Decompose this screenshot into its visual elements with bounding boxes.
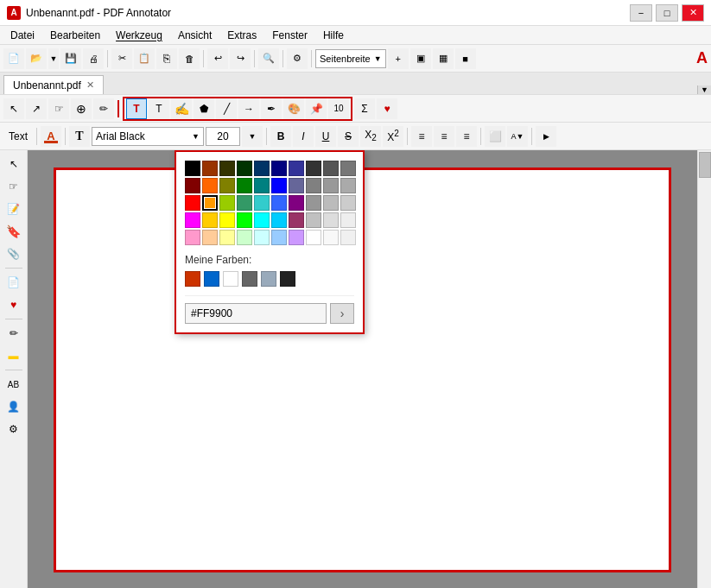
color-cell[interactable] bbox=[185, 178, 200, 193]
color-cell[interactable] bbox=[219, 230, 235, 245]
color-cell[interactable] bbox=[237, 195, 252, 211]
font-name-dropdown[interactable]: Arial Black ▼ bbox=[92, 127, 204, 146]
align-right-button[interactable]: ≡ bbox=[456, 126, 477, 147]
text-tool-active[interactable]: T bbox=[126, 98, 147, 119]
color-cell[interactable] bbox=[340, 230, 356, 245]
color-cell[interactable] bbox=[340, 212, 356, 228]
color-cell-selected[interactable] bbox=[202, 195, 218, 211]
sidebar-clip[interactable]: 📎 bbox=[3, 243, 24, 264]
color-cell[interactable] bbox=[185, 212, 200, 228]
align-left-button[interactable]: ≡ bbox=[411, 126, 432, 147]
color-cell[interactable] bbox=[237, 161, 252, 176]
cut-button[interactable]: ✂ bbox=[111, 48, 132, 69]
color-cell[interactable] bbox=[306, 161, 321, 176]
shape-tool[interactable]: ⬟ bbox=[194, 98, 214, 119]
color-cell[interactable] bbox=[219, 161, 235, 176]
hand-tool[interactable]: ☞ bbox=[48, 98, 69, 119]
hex-input[interactable] bbox=[185, 303, 327, 324]
color-cell[interactable] bbox=[323, 230, 339, 245]
color-cell[interactable] bbox=[254, 195, 270, 211]
color-fill-button[interactable]: A▼ bbox=[507, 126, 528, 147]
zoom-tool[interactable]: ⊕ bbox=[71, 98, 92, 119]
sidebar-annotate[interactable]: 📝 bbox=[3, 199, 24, 219]
freehand-tool[interactable]: ✍ bbox=[171, 98, 192, 119]
maximize-button[interactable]: □ bbox=[656, 4, 678, 22]
line-tool[interactable]: ╱ bbox=[216, 98, 237, 119]
redo-button[interactable]: ↪ bbox=[230, 48, 251, 69]
color-cell[interactable] bbox=[289, 212, 304, 228]
color-cell[interactable] bbox=[237, 178, 252, 193]
hex-go-button[interactable]: › bbox=[330, 303, 354, 324]
color-cell[interactable] bbox=[219, 212, 235, 228]
note-tool[interactable]: 📌 bbox=[306, 98, 327, 119]
color-cell[interactable] bbox=[323, 161, 339, 176]
color-cell[interactable] bbox=[271, 195, 287, 211]
color-cell[interactable] bbox=[306, 195, 321, 211]
stamp-tool[interactable]: 10 bbox=[328, 98, 349, 119]
view-button1[interactable]: ▣ bbox=[410, 48, 431, 69]
color-cell[interactable] bbox=[289, 161, 304, 176]
color-cell[interactable] bbox=[185, 195, 200, 211]
color-cell[interactable] bbox=[289, 178, 304, 193]
my-color-1[interactable] bbox=[185, 271, 200, 287]
font-color-button[interactable]: A bbox=[41, 126, 61, 147]
color-cell[interactable] bbox=[202, 212, 218, 228]
color-cell[interactable] bbox=[323, 195, 339, 211]
font-size-input[interactable] bbox=[206, 127, 240, 146]
font-icon-button[interactable]: T bbox=[69, 126, 90, 147]
tool5[interactable]: ✏ bbox=[93, 98, 114, 119]
color-cell[interactable] bbox=[289, 230, 304, 245]
sigma-tool[interactable]: Σ bbox=[354, 98, 375, 119]
color-cell[interactable] bbox=[306, 178, 321, 193]
color-cell[interactable] bbox=[254, 230, 270, 245]
minimize-button[interactable]: − bbox=[630, 4, 652, 22]
color-cell[interactable] bbox=[219, 195, 235, 211]
select-tool[interactable]: ↖ bbox=[3, 98, 24, 119]
color-cell[interactable] bbox=[340, 178, 356, 193]
pencil-tool[interactable]: ✒ bbox=[261, 98, 282, 119]
sidebar-stamp[interactable]: AB bbox=[3, 374, 24, 395]
strike-button[interactable]: S bbox=[338, 126, 359, 147]
document-tab[interactable]: Unbenannt.pdf ✕ bbox=[3, 75, 104, 94]
sidebar-bookmark[interactable]: 🔖 bbox=[3, 221, 24, 242]
close-button[interactable]: ✕ bbox=[682, 4, 704, 22]
color-cell[interactable] bbox=[185, 230, 200, 245]
color-cell[interactable] bbox=[254, 178, 270, 193]
fit-page-button[interactable]: + bbox=[388, 48, 409, 69]
open-dropdown[interactable]: ▼ bbox=[48, 48, 59, 69]
my-color-2[interactable] bbox=[204, 271, 219, 287]
sidebar-pen[interactable]: ✏ bbox=[3, 323, 24, 344]
more-button[interactable]: ▶ bbox=[536, 126, 556, 147]
color-cell[interactable] bbox=[271, 161, 287, 176]
text-tool2[interactable]: T bbox=[149, 98, 169, 119]
heart-tool[interactable]: ♥ bbox=[377, 98, 397, 119]
new-button[interactable]: 📄 bbox=[3, 48, 24, 69]
color-cell[interactable] bbox=[202, 178, 218, 193]
delete-button[interactable]: 🗑 bbox=[179, 48, 200, 69]
color-cell[interactable] bbox=[306, 230, 321, 245]
sidebar-heart[interactable]: ♥ bbox=[3, 294, 24, 315]
color-cell[interactable] bbox=[289, 195, 304, 211]
copy-button[interactable]: 📋 bbox=[134, 48, 155, 69]
underline-button[interactable]: U bbox=[315, 126, 336, 147]
page-width-dropdown[interactable]: Seitenbreite ▼ bbox=[315, 49, 386, 68]
select-tool2[interactable]: ↗ bbox=[26, 98, 47, 119]
align-center-button[interactable]: ≡ bbox=[434, 126, 454, 147]
color-cell[interactable] bbox=[306, 212, 321, 228]
superscript-button[interactable]: X2 bbox=[383, 126, 403, 147]
menu-extras[interactable]: Extras bbox=[220, 28, 263, 43]
save-button[interactable]: 💾 bbox=[60, 48, 81, 69]
font-size-dropdown[interactable]: ▼ bbox=[242, 126, 263, 147]
bold-button[interactable]: B bbox=[270, 126, 291, 147]
paste-button[interactable]: ⎘ bbox=[156, 48, 177, 69]
color-cell[interactable] bbox=[185, 161, 200, 176]
search-button[interactable]: 🔍 bbox=[258, 48, 279, 69]
color-cell[interactable] bbox=[323, 178, 339, 193]
color-cell[interactable] bbox=[271, 212, 287, 228]
print-button[interactable]: 🖨 bbox=[83, 48, 104, 69]
color-cell[interactable] bbox=[340, 161, 356, 176]
color-cell[interactable] bbox=[202, 161, 218, 176]
sidebar-tool[interactable]: ⚙ bbox=[3, 419, 24, 439]
my-color-4[interactable] bbox=[242, 271, 257, 287]
arrow-tool[interactable]: → bbox=[238, 98, 259, 119]
